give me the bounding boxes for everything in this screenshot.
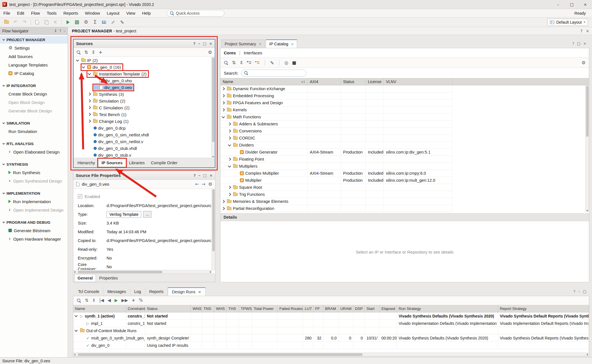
settings-gear-icon[interactable]: ⚙ xyxy=(82,18,90,26)
tab-tcl-console[interactable]: Tcl Console xyxy=(74,287,103,296)
catalog-row-square-root[interactable]: Square Root xyxy=(220,184,452,191)
close-icon[interactable]: × xyxy=(586,29,589,33)
menu-item-file[interactable]: File xyxy=(0,9,14,17)
scroll-left-button[interactable] xyxy=(73,353,77,356)
catalog-row-divider-generator[interactable]: Divider GeneratorAXI4-StreamProductionIn… xyxy=(220,149,452,156)
expand-all-icon[interactable]: ⇕ xyxy=(92,298,96,303)
flow-section-program-and-debug[interactable]: PROGRAM AND DEBUG xyxy=(0,219,68,226)
tab-project-summary[interactable]: Project Summary× xyxy=(221,39,265,48)
close-icon[interactable]: × xyxy=(209,42,212,45)
properties-scrollbar[interactable] xyxy=(211,189,215,270)
expand-all-icon[interactable]: ⇕ xyxy=(239,61,243,65)
tab-ip-catalog[interactable]: IP Catalog× xyxy=(266,39,297,48)
properties-tab-properties[interactable]: Properties xyxy=(96,274,121,282)
search-icon[interactable] xyxy=(224,61,228,65)
column-header-status[interactable]: Status xyxy=(341,78,366,85)
more-options-button[interactable]: … xyxy=(143,211,151,217)
collapse-all-icon[interactable]: ⇅ xyxy=(85,298,89,303)
settings-gear-icon[interactable]: ⚙ xyxy=(208,50,212,55)
scrollbar-thumb[interactable] xyxy=(78,271,162,273)
scrollbar-thumb[interactable] xyxy=(212,189,215,251)
help-icon[interactable]: ? xyxy=(572,42,574,45)
run-row-synth-1-active[interactable]: ▷synth_1 (active)constrs_1Not startedViv… xyxy=(73,312,589,320)
chevron-down-icon[interactable] xyxy=(74,314,78,317)
run-row-impl-1[interactable]: ▷impl_1constrs_1Not startedVivado Implem… xyxy=(73,320,589,327)
chevron-right-icon[interactable] xyxy=(222,200,225,203)
menu-item-window[interactable]: Window xyxy=(81,9,103,17)
tab-design-runs[interactable]: Design Runs× xyxy=(168,287,206,296)
enabled-checkbox[interactable]: ✓ xyxy=(78,194,82,199)
chevron-right-icon[interactable] xyxy=(88,99,91,102)
column-header-name[interactable]: Name∧1 xyxy=(220,78,308,85)
save-icon[interactable] xyxy=(33,18,41,26)
percent-icon[interactable]: % xyxy=(139,298,143,303)
flow-item-run-synthesis[interactable]: Run Synthesis xyxy=(0,168,68,177)
minimize-icon[interactable]: – xyxy=(64,29,66,33)
window-maximize-button[interactable]: □ xyxy=(565,0,578,9)
column-header-bram[interactable]: BRAM xyxy=(323,305,339,312)
layout-selector[interactable]: Default Layout ▾ xyxy=(547,19,588,26)
program-device-icon[interactable] xyxy=(73,18,81,26)
flow-item-create-block-design[interactable]: Create Block Design xyxy=(0,90,68,98)
chevron-right-icon[interactable] xyxy=(222,94,225,97)
details-toggle-icon[interactable]: ■ xyxy=(292,61,296,65)
sources-tree-item-div-gen-0-sim-netlist-vhdl[interactable]: div_gen_0_sim_netlist.vhdl xyxy=(74,131,215,138)
edit-icon[interactable] xyxy=(109,18,117,26)
help-icon[interactable]: ? xyxy=(580,29,582,33)
minimize-icon[interactable]: – xyxy=(198,42,200,45)
help-icon[interactable]: ? xyxy=(573,290,575,293)
sources-tree-item-div-gen-0-dcp[interactable]: div_gen_0.dcp xyxy=(74,125,215,131)
catalog-scrollbar[interactable] xyxy=(585,85,589,212)
flow-section-project-manager[interactable]: PROJECT MANAGER xyxy=(0,36,68,44)
tab-close-icon[interactable]: × xyxy=(198,290,201,294)
forward-icon[interactable]: → xyxy=(202,182,205,187)
resize-icon[interactable]: ↕ xyxy=(54,29,57,33)
collapse-all-icon[interactable]: ⇅ xyxy=(84,50,88,55)
sources-tab-libraries[interactable]: Libraries xyxy=(126,159,148,167)
close-icon[interactable]: × xyxy=(209,174,213,177)
column-header-whs[interactable]: WHS xyxy=(214,305,227,312)
flow-item-generate-bitstream[interactable]: Generate Bitstream xyxy=(0,226,68,235)
sources-tree-item-simulation[interactable]: Simulation(2) xyxy=(74,97,215,104)
chevron-down-icon[interactable] xyxy=(228,164,231,167)
catalog-row-cordic[interactable]: CORDIC xyxy=(220,135,452,142)
chevron-right-icon[interactable] xyxy=(222,87,225,90)
catalog-search-input[interactable] xyxy=(250,71,306,76)
tab-close-icon[interactable]: × xyxy=(259,42,262,46)
flow-item-run-simulation[interactable]: Run Simulation xyxy=(0,127,68,136)
sources-tree-item-div-gen-0-stub-v[interactable]: div_gen_0_stub.v xyxy=(74,152,215,158)
step-back-icon[interactable]: ◀ xyxy=(108,298,111,303)
sources-tree-item-synthesis[interactable]: Synthesis(3) xyxy=(74,91,215,97)
sources-tree-item-test-bench[interactable]: Test Bench(1) xyxy=(74,111,215,118)
column-header-failed-routes[interactable]: Failed Routes xyxy=(278,305,303,312)
catalog-search-box[interactable] xyxy=(241,70,306,77)
chevron-right-icon[interactable] xyxy=(222,108,225,111)
column-header-start[interactable]: Start xyxy=(365,305,380,312)
chevron-right-icon[interactable] xyxy=(228,186,231,189)
column-header-report-strategy[interactable]: Report Strategy xyxy=(498,305,589,312)
sources-tree-item-ip[interactable]: IP(2) xyxy=(74,57,215,64)
sources-tree-item-div-gen-0-veo[interactable]: div_gen_0.veo xyxy=(74,84,215,91)
sources-tab-compile-order[interactable]: Compile Order xyxy=(148,159,180,167)
flow-section-simulation[interactable]: SIMULATION xyxy=(0,119,68,127)
chevron-right-icon[interactable] xyxy=(88,113,91,116)
launch-runs-icon[interactable]: ▶ xyxy=(114,298,118,303)
chevron-right-icon[interactable] xyxy=(222,101,225,104)
minimize-icon[interactable]: – xyxy=(578,290,580,293)
open-project-icon[interactable] xyxy=(2,18,11,26)
flow-section-ip-integrator[interactable]: IP INTEGRATOR xyxy=(0,82,68,90)
scrollbar-thumb[interactable] xyxy=(586,86,589,137)
chevron-right-icon[interactable] xyxy=(88,119,91,123)
expand-all-icon[interactable]: ⇕ xyxy=(91,50,95,55)
scrollbar-thumb[interactable] xyxy=(78,353,363,356)
tools-icon[interactable] xyxy=(270,61,274,65)
window-close-button[interactable]: × xyxy=(578,0,592,9)
sources-scrollbar[interactable] xyxy=(211,57,215,158)
reports-icon[interactable]: Σ xyxy=(91,18,99,26)
menu-item-reports[interactable]: Reports xyxy=(60,9,82,17)
menu-item-edit[interactable]: Edit xyxy=(14,9,28,17)
tab-messages[interactable]: Messages xyxy=(103,287,130,296)
flow-item-ip-catalog[interactable]: IP Catalog xyxy=(0,69,68,77)
maximize-icon[interactable]: □ xyxy=(203,174,207,177)
sources-tab-hierarchy[interactable]: Hierarchy xyxy=(75,159,98,167)
